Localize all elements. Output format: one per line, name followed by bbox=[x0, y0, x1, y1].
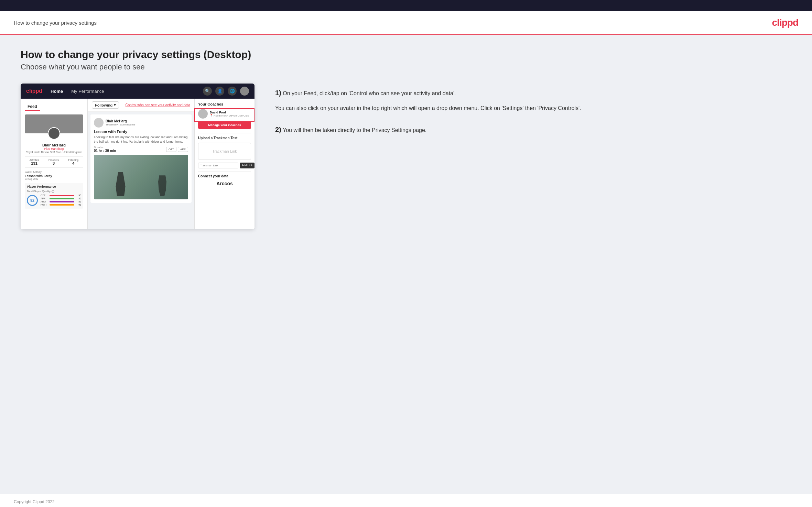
duration-label: Duration bbox=[94, 146, 116, 149]
arccos-logo: Arccos bbox=[198, 181, 251, 186]
stat-following: Following 4 bbox=[68, 159, 79, 165]
profile-handicap: Plus Handicap bbox=[25, 147, 83, 151]
header-title: How to change your privacy settings bbox=[14, 20, 97, 26]
stat-followers-label: Followers bbox=[48, 159, 59, 161]
coach-name: David Ford bbox=[210, 111, 249, 114]
metric-arg: ARG 86 bbox=[41, 200, 81, 203]
stat-followers-value: 3 bbox=[48, 161, 59, 165]
instruction-1-text: 1) On your Feed, click/tap on 'Control w… bbox=[275, 87, 791, 99]
copyright: Copyright Clippd 2022 bbox=[14, 499, 55, 504]
instruction-2: 2) You will then be taken directly to th… bbox=[275, 124, 791, 135]
profile-name: Blair McHarg bbox=[25, 143, 83, 147]
app-body: Feed Blair McHarg Plus Handicap Royal No… bbox=[21, 99, 255, 229]
player-performance: Player Performance Total Player Quality … bbox=[25, 183, 83, 209]
page-heading: How to change your privacy settings (Des… bbox=[21, 49, 791, 60]
score-circle: 92 bbox=[27, 195, 38, 206]
following-btn[interactable]: Following ▾ bbox=[92, 101, 119, 109]
instruction-1: 1) On your Feed, click/tap on 'Control w… bbox=[275, 87, 791, 113]
nav-performance[interactable]: My Performance bbox=[71, 89, 104, 94]
add-link-btn[interactable]: Add Link bbox=[240, 163, 255, 168]
quality-content: 92 OTT 90 APP 85 bbox=[27, 194, 81, 207]
stat-followers: Followers 3 bbox=[48, 159, 59, 165]
feed-tab[interactable]: Feed bbox=[25, 103, 40, 111]
connect-title: Connect your data bbox=[198, 174, 251, 178]
latest-label: Latest Activity bbox=[25, 170, 83, 174]
instructions: 1) On your Feed, click/tap on 'Control w… bbox=[268, 84, 791, 146]
app-right-panel: Your Coaches David Ford 📍 Royal North De… bbox=[194, 99, 255, 229]
control-link[interactable]: Control who can see your activity and da… bbox=[126, 103, 190, 107]
duration-value: 01 hr : 30 min bbox=[94, 149, 116, 153]
nav-icons: 🔍 👤 🌐 bbox=[203, 87, 249, 96]
metric-arg-bar bbox=[50, 201, 74, 202]
coach-avatar bbox=[198, 109, 208, 119]
post-title: Lesson with Fordy bbox=[94, 130, 188, 134]
info-icon: i bbox=[52, 190, 54, 193]
upload-title: Upload a Trackman Test bbox=[198, 136, 251, 140]
golfer-silhouette-1 bbox=[115, 172, 127, 196]
coach-item: David Ford 📍 Royal North Devon Golf Club bbox=[198, 109, 251, 119]
globe-icon[interactable]: 🌐 bbox=[228, 87, 237, 96]
manage-coaches-btn[interactable]: Manage Your Coaches bbox=[198, 121, 251, 129]
search-icon[interactable]: 🔍 bbox=[203, 87, 212, 96]
latest-date: 03 Aug 2022 bbox=[25, 178, 83, 180]
metric-ott-bar bbox=[50, 195, 74, 196]
instruction-1-number: 1) bbox=[275, 89, 281, 97]
connect-section: Connect your data Arccos bbox=[198, 171, 251, 186]
user-icon[interactable]: 👤 bbox=[215, 87, 224, 96]
stat-following-value: 4 bbox=[68, 161, 79, 165]
stat-activities-value: 131 bbox=[30, 161, 39, 165]
main-content: How to change your privacy settings (Des… bbox=[0, 35, 812, 494]
metric-putt-bar bbox=[50, 204, 74, 206]
instruction-2-text: 2) You will then be taken directly to th… bbox=[275, 124, 791, 135]
post-user-name: Blair McHarg bbox=[106, 119, 135, 123]
profile-club: Royal North Devon Golf Club, United King… bbox=[25, 151, 83, 154]
golfer-silhouette-2 bbox=[157, 175, 167, 196]
tag-app: APP bbox=[178, 147, 188, 152]
latest-activity: Lesson with Fordy bbox=[25, 174, 83, 178]
top-bar bbox=[0, 0, 812, 11]
nav-home[interactable]: Home bbox=[51, 89, 63, 94]
trackman-input[interactable] bbox=[198, 163, 238, 168]
feed-header: Following ▾ Control who can see your act… bbox=[88, 99, 194, 112]
app-nav: clippd Home My Performance 🔍 👤 🌐 bbox=[21, 84, 255, 99]
quality-label: Total Player Quality i bbox=[27, 190, 81, 193]
metrics: OTT 90 APP 85 ARG bbox=[41, 194, 81, 207]
content-layout: clippd Home My Performance 🔍 👤 🌐 Feed bbox=[21, 84, 791, 229]
profile-avatar bbox=[48, 127, 60, 140]
coaches-title: Your Coaches bbox=[198, 102, 251, 106]
metric-ott: OTT 90 bbox=[41, 194, 81, 197]
post-image bbox=[94, 155, 188, 199]
screenshot-mockup: clippd Home My Performance 🔍 👤 🌐 Feed bbox=[21, 84, 255, 229]
post-card: Blair McHarg Yesterday · Sunningdale Les… bbox=[90, 114, 192, 203]
perf-title: Player Performance bbox=[27, 185, 81, 188]
app-feed: Following ▾ Control who can see your act… bbox=[88, 99, 194, 229]
post-description: Looking to feel like my hands are exitin… bbox=[94, 135, 188, 144]
metric-app-bar bbox=[50, 198, 74, 199]
instruction-2-number: 2) bbox=[275, 126, 281, 133]
post-avatar bbox=[94, 118, 104, 128]
metric-app: APP 85 bbox=[41, 197, 81, 200]
stats-row: Activities 131 Followers 3 Following 4 bbox=[25, 156, 83, 168]
chevron-icon: ▾ bbox=[114, 103, 116, 107]
upload-section: Upload a Trackman Test Trackman Link Add… bbox=[198, 133, 251, 168]
trackman-input-row: Add Link bbox=[198, 163, 251, 168]
tag-ott: OTT bbox=[166, 147, 176, 152]
logo: clippd bbox=[772, 17, 798, 28]
duration-row: Duration 01 hr : 30 min OTT APP bbox=[94, 146, 188, 153]
location-icon: 📍 bbox=[210, 114, 213, 117]
tags: OTT APP bbox=[166, 147, 188, 152]
footer: Copyright Clippd 2022 bbox=[0, 494, 812, 507]
trackman-placeholder: Trackman Link bbox=[198, 143, 251, 160]
coach-club: 📍 Royal North Devon Golf Club bbox=[210, 114, 249, 117]
post-user-location: Yesterday · Sunningdale bbox=[106, 123, 135, 126]
stat-following-label: Following bbox=[68, 159, 79, 161]
app-sidebar: Feed Blair McHarg Plus Handicap Royal No… bbox=[21, 99, 88, 229]
metric-putt: PUTT 96 bbox=[41, 203, 81, 206]
app-nav-logo: clippd bbox=[26, 88, 42, 94]
page-subheading: Choose what you want people to see bbox=[21, 63, 791, 71]
post-header: Blair McHarg Yesterday · Sunningdale bbox=[94, 118, 188, 128]
user-avatar[interactable] bbox=[240, 87, 249, 96]
stat-activities: Activities 131 bbox=[30, 159, 39, 165]
profile-banner bbox=[25, 114, 83, 133]
stat-activities-label: Activities bbox=[30, 159, 39, 161]
